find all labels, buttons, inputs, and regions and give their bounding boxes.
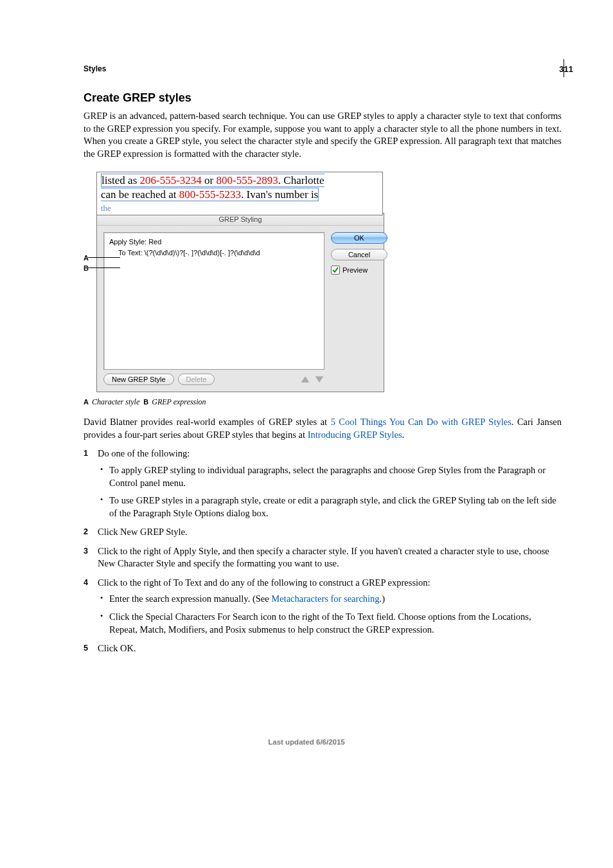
step-1-bullet-2: To use GREP styles in a paragraph style,… <box>98 494 562 520</box>
steps-list: Do one of the following: To apply GREP s… <box>84 448 562 655</box>
cancel-button[interactable]: Cancel <box>331 249 387 260</box>
figure-caption: A Character style B GREP expression <box>84 397 562 407</box>
link-5-cool-things[interactable]: 5 Cool Things You Can Do with GREP Style… <box>331 417 511 427</box>
intro-paragraph: GREP is an advanced, pattern-based searc… <box>84 110 562 160</box>
doc-text: can be reached at <box>101 188 179 201</box>
step-1: Do one of the following: To apply GREP s… <box>84 448 562 520</box>
callout-letter-b: B <box>84 264 89 272</box>
link-metacharacters[interactable]: Metacharacters for searching <box>271 593 379 604</box>
doc-phone2: 800-555-2893 <box>217 174 278 186</box>
truncated-text: the <box>101 203 111 213</box>
grep-styling-panel: GREP Styling Apply Style: Red To Text: \… <box>96 213 384 392</box>
move-up-icon[interactable] <box>300 375 310 384</box>
post-figure-paragraph: David Blatner provides real-world exampl… <box>84 416 562 441</box>
grep-style-listbox[interactable]: Apply Style: Red To Text: \(?(\d\d\d)\)?… <box>103 232 324 370</box>
doc-text: or <box>202 174 217 186</box>
doc-text: . Ivan's number is <box>241 188 318 201</box>
doc-phone1: 206-555-3234 <box>140 174 202 186</box>
preview-label: Preview <box>342 266 368 274</box>
doc-text: listed as <box>102 174 140 186</box>
apply-style-row: Apply Style: Red <box>109 237 319 248</box>
step-2: Click New GREP Style. <box>84 526 562 539</box>
step-1-bullet-1: To apply GREP styling to individual para… <box>98 464 562 489</box>
doc-text: . Charlotte <box>278 174 324 186</box>
heading-create-grep-styles: Create GREP styles <box>84 91 562 105</box>
new-grep-style-button[interactable]: New GREP Style <box>103 374 174 385</box>
callout-line-b <box>88 267 120 268</box>
step-4-bullet-1: Enter the search expression manually. (S… <box>98 593 562 606</box>
move-down-icon[interactable] <box>314 375 324 384</box>
callout-letter-a: A <box>84 254 89 262</box>
figure: A B listed as 206-555-3234 or 800-555-28… <box>84 172 383 392</box>
step-3: Click to the right of Apply Style, and t… <box>84 545 562 570</box>
ok-button[interactable]: OK <box>331 232 387 244</box>
step-4-bullet-2: Click the Special Characters For Search … <box>98 611 562 636</box>
step-5: Click OK. <box>84 642 562 655</box>
step-4: Click to the right of To Text and do any… <box>84 577 562 636</box>
callout-line-a <box>88 257 120 258</box>
footer-last-updated: Last updated 6/6/2015 <box>0 738 613 746</box>
section-label: Styles <box>84 64 562 73</box>
page-number: 311 <box>559 64 573 74</box>
preview-checkbox[interactable] <box>331 266 340 275</box>
link-introducing-grep-styles[interactable]: Introducing GREP Styles <box>308 429 402 440</box>
to-text-row: To Text: \(?(\d\d\d)\)?[-. ]?(\d\d\d)[-.… <box>109 248 319 258</box>
doc-phone3: 800-555-5233 <box>179 188 241 201</box>
document-preview: listed as 206-555-3234 or 800-555-2893. … <box>96 172 383 215</box>
delete-button[interactable]: Delete <box>178 374 215 385</box>
